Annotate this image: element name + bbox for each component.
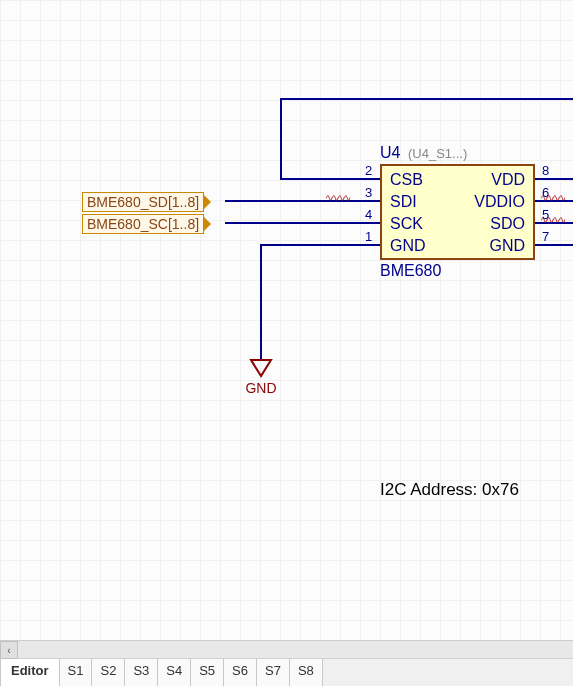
pin-num-6: 6 bbox=[542, 185, 549, 200]
pin-num-3: 3 bbox=[365, 185, 372, 200]
bottom-bar: ‹ Editor S1 S2 S3 S4 S5 S6 S7 S8 bbox=[0, 640, 573, 686]
pin-num-7: 7 bbox=[542, 229, 549, 244]
pin-num-5: 5 bbox=[542, 207, 549, 222]
pin-num-1: 1 bbox=[365, 229, 372, 244]
component-body[interactable]: CSB SDI SCK GND VDD VDDIO SDO GND bbox=[380, 164, 535, 260]
gnd-label: GND bbox=[244, 380, 278, 396]
designator[interactable]: U4 bbox=[380, 144, 400, 162]
pin-name-vdd: VDD bbox=[491, 171, 525, 189]
wire bbox=[280, 178, 380, 180]
tab-s7[interactable]: S7 bbox=[256, 659, 290, 686]
pin-num-8: 8 bbox=[542, 163, 549, 178]
horizontal-scrollbar[interactable]: ‹ bbox=[0, 641, 573, 659]
text-note-i2c[interactable]: I2C Address: 0x76 bbox=[380, 480, 519, 500]
wire bbox=[225, 222, 380, 224]
component-type: BME680 bbox=[380, 262, 441, 280]
tab-s8[interactable]: S8 bbox=[289, 659, 323, 686]
pin-name-gnd-r: GND bbox=[489, 237, 525, 255]
wire bbox=[225, 200, 380, 202]
tab-s4[interactable]: S4 bbox=[157, 659, 191, 686]
pin-name-gnd-l: GND bbox=[390, 237, 426, 255]
scroll-left-icon[interactable]: ‹ bbox=[0, 641, 18, 659]
sheet-tabs: Editor S1 S2 S3 S4 S5 S6 S7 S8 bbox=[0, 659, 573, 686]
netlabel-sck[interactable]: BME680_SC[1..8] bbox=[82, 214, 204, 234]
pin-name-vddio: VDDIO bbox=[474, 193, 525, 211]
pin-name-sdi: SDI bbox=[390, 193, 417, 211]
tab-s6[interactable]: S6 bbox=[223, 659, 257, 686]
pin-num-2: 2 bbox=[365, 163, 372, 178]
schematic-canvas[interactable]: ∿∿∿∿ ∿∿∿∿ ∿∿∿∿ BME680_SD[1..8] BME680_SC… bbox=[0, 0, 573, 640]
pin-name-csb: CSB bbox=[390, 171, 423, 189]
no-erc-zig: ∿∿∿∿ bbox=[325, 192, 349, 203]
netlabel-sdi[interactable]: BME680_SD[1..8] bbox=[82, 192, 204, 212]
gnd-power-port[interactable]: GND bbox=[244, 358, 278, 396]
netlabel-sck-text: BME680_SC[1..8] bbox=[87, 216, 199, 232]
pin-num-4: 4 bbox=[365, 207, 372, 222]
netlabel-sdi-text: BME680_SD[1..8] bbox=[87, 194, 199, 210]
wire bbox=[535, 244, 573, 246]
tab-s5[interactable]: S5 bbox=[190, 659, 224, 686]
wire bbox=[280, 98, 282, 178]
component-comment: (U4_S1...) bbox=[408, 146, 467, 161]
gnd-arrow-icon bbox=[244, 358, 278, 378]
tab-s1[interactable]: S1 bbox=[59, 659, 93, 686]
tab-s3[interactable]: S3 bbox=[124, 659, 158, 686]
wire bbox=[280, 98, 573, 100]
wire bbox=[260, 244, 380, 246]
pin-name-sdo: SDO bbox=[490, 215, 525, 233]
tab-editor[interactable]: Editor bbox=[0, 659, 60, 686]
svg-marker-0 bbox=[251, 360, 271, 376]
pin-name-sck: SCK bbox=[390, 215, 423, 233]
wire bbox=[535, 178, 573, 180]
tab-s2[interactable]: S2 bbox=[91, 659, 125, 686]
wire bbox=[260, 244, 262, 359]
